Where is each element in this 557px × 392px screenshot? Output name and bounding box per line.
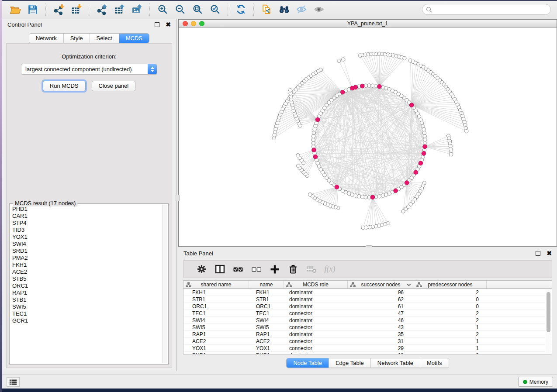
table-scrollbar-thumb[interactable]	[547, 292, 550, 332]
table-scrollbar[interactable]	[546, 289, 551, 353]
table-tab-motifs[interactable]: Motifs	[420, 358, 449, 368]
table-row[interactable]: RAP1RAP1dominator352	[183, 331, 552, 338]
tab-style[interactable]: Style	[63, 34, 90, 43]
optimization-criterion-select[interactable]: largest connected component (undirected)	[21, 64, 157, 75]
export-table-button[interactable]	[111, 3, 128, 17]
cell-MCDS-role[interactable]: dominator	[284, 352, 348, 354]
cell-successor-nodes[interactable]: 31	[348, 338, 414, 344]
cell-successor-nodes[interactable]: 43	[348, 324, 414, 330]
cell-name[interactable]: TEC1	[249, 310, 284, 316]
network-leaf-nodes[interactable]	[272, 52, 468, 229]
mcds-result-item[interactable]: RAP1	[12, 289, 162, 296]
mcds-result-item[interactable]: TID3	[12, 227, 162, 234]
cell-shared-name[interactable]: ACE2	[183, 338, 249, 344]
find-button[interactable]	[275, 3, 293, 17]
add-column-button[interactable]	[266, 263, 284, 276]
cell-shared-name[interactable]: YOX1	[183, 345, 249, 351]
cell-name[interactable]: YOX1	[249, 345, 284, 351]
show-overlay-button[interactable]	[310, 3, 328, 17]
zoom-selected-button[interactable]	[206, 3, 224, 17]
vertical-splitter-grip[interactable]	[176, 195, 180, 201]
table-row[interactable]: ACE2ACE2connector311	[183, 338, 552, 345]
mcds-result-item[interactable]: ACE2	[12, 268, 162, 275]
cell-predecessor-nodes[interactable]: 2	[414, 310, 487, 316]
mcds-result-item[interactable]: STB5	[12, 275, 162, 282]
cell-name[interactable]: RAP1	[249, 331, 284, 337]
cell-predecessor-nodes[interactable]: 2	[414, 331, 487, 337]
cell-successor-nodes[interactable]: 29	[348, 345, 414, 351]
close-table-panel-icon[interactable]: ✖	[547, 251, 552, 256]
cell-MCDS-role[interactable]: connector	[284, 310, 348, 316]
cell-MCDS-role[interactable]: dominator	[284, 296, 348, 303]
cell-MCDS-role[interactable]: dominator	[284, 289, 348, 296]
cell-successor-nodes[interactable]: 96	[348, 289, 414, 296]
cell-predecessor-nodes[interactable]: 2	[414, 289, 487, 296]
cell-name[interactable]: ACE2	[249, 338, 284, 344]
hide-overlay-button[interactable]	[293, 3, 310, 17]
export-network-button[interactable]	[93, 3, 111, 17]
save-session-button[interactable]	[24, 3, 42, 17]
table-tab-edge-table[interactable]: Edge Table	[329, 358, 370, 368]
cell-MCDS-role[interactable]: dominator	[284, 331, 348, 337]
run-mcds-button[interactable]: Run MCDS	[43, 81, 86, 91]
table-tab-network-table[interactable]: Network Table	[370, 358, 420, 368]
cell-name[interactable]: SWI4	[249, 317, 284, 323]
network-window-titlebar[interactable]: YPA_prune.txt_1	[179, 20, 557, 28]
cell-shared-name[interactable]: FKH1	[183, 289, 249, 296]
table-row[interactable]: PHD1PHD1dominator180	[183, 352, 552, 354]
zoom-out-button[interactable]	[171, 3, 189, 17]
mcds-result-item[interactable]: YOX1	[12, 234, 162, 241]
mcds-result-item[interactable]: CAR1	[12, 213, 162, 220]
mcds-result-item[interactable]: PHD1	[12, 206, 162, 213]
import-table-button[interactable]	[67, 3, 85, 17]
settings-gear-button[interactable]	[192, 263, 211, 276]
toggle-column-panel-button[interactable]	[211, 263, 229, 276]
column-header-predecessor-nodes[interactable]: predecessor nodes	[414, 281, 487, 289]
tab-mcds[interactable]: MCDS	[119, 34, 149, 43]
delete-column-button[interactable]	[284, 263, 302, 276]
cell-name[interactable]: FKH1	[249, 289, 284, 296]
cell-MCDS-role[interactable]: dominator	[284, 303, 348, 309]
mcds-result-item[interactable]: SRD1	[12, 248, 162, 254]
cell-name[interactable]: STB1	[249, 296, 284, 303]
cell-MCDS-role[interactable]: connector	[284, 324, 348, 330]
network-canvas[interactable]	[179, 28, 557, 246]
search-box[interactable]	[422, 4, 551, 15]
tab-network[interactable]: Network	[29, 34, 63, 43]
memory-button[interactable]: Memory	[518, 377, 553, 387]
cell-successor-nodes[interactable]: 62	[348, 296, 414, 303]
table-row[interactable]: FKH1FKH1dominator962	[183, 289, 552, 296]
zoom-in-button[interactable]	[154, 3, 171, 17]
cell-successor-nodes[interactable]: 61	[348, 303, 414, 309]
mcds-result-item[interactable]: FKH1	[12, 261, 162, 268]
cell-predecessor-nodes[interactable]: 0	[414, 296, 487, 303]
tab-select[interactable]: Select	[90, 34, 119, 43]
refresh-view-button[interactable]	[232, 3, 249, 17]
table-row[interactable]: ORC1ORC1dominator610	[183, 303, 552, 310]
zoom-fit-button[interactable]	[189, 3, 206, 17]
cell-predecessor-nodes[interactable]: 0	[414, 303, 487, 309]
close-panel-button[interactable]: Close panel	[92, 81, 136, 91]
cell-shared-name[interactable]: ORC1	[183, 303, 249, 309]
task-history-button[interactable]	[7, 377, 20, 387]
column-header-MCDS-role[interactable]: MCDS role	[284, 281, 348, 289]
import-network-button[interactable]	[50, 3, 67, 17]
table-row[interactable]: SWI5SWI5connector431	[183, 324, 552, 331]
cell-name[interactable]: PHD1	[249, 352, 284, 354]
mcds-result-item[interactable]: STP4	[12, 220, 162, 227]
export-image-button[interactable]	[128, 3, 145, 17]
mcds-result-scrollbar[interactable]	[162, 205, 167, 363]
cell-successor-nodes[interactable]: 35	[348, 331, 414, 337]
table-tab-node-table[interactable]: Node Table	[287, 358, 329, 368]
float-panel-icon[interactable]	[155, 22, 159, 27]
search-input[interactable]	[432, 5, 550, 14]
deselect-all-columns-button[interactable]	[247, 263, 266, 276]
cell-name[interactable]: ORC1	[249, 303, 284, 309]
cell-predecessor-nodes[interactable]: 2	[414, 317, 487, 323]
column-header-successor-nodes[interactable]: successor nodes	[348, 281, 414, 289]
cell-predecessor-nodes[interactable]: 1	[414, 338, 487, 344]
mcds-result-item[interactable]: TEC1	[12, 310, 162, 317]
cell-successor-nodes[interactable]: 18	[348, 352, 414, 354]
table-row[interactable]: SWI4SWI4dominator462	[183, 317, 552, 324]
cell-predecessor-nodes[interactable]: 0	[414, 352, 487, 354]
